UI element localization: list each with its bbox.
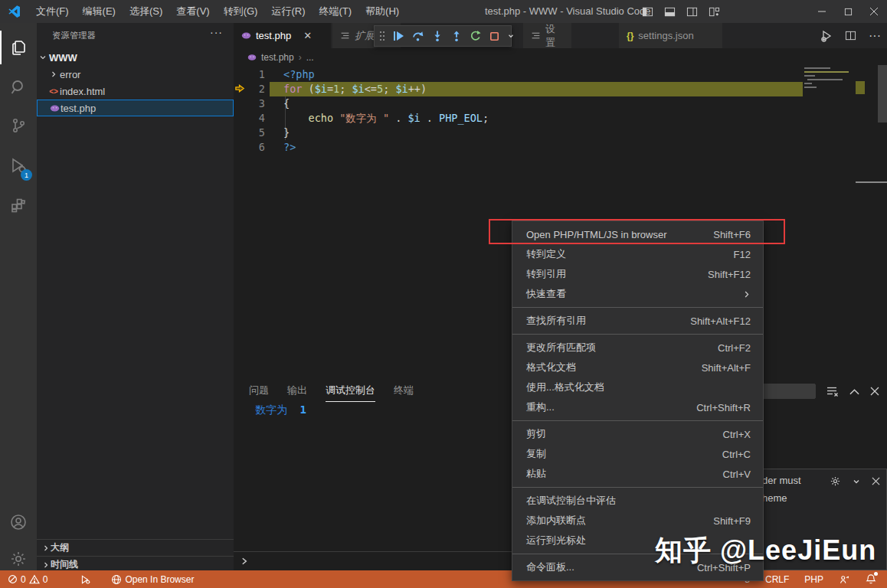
debug-stop-icon[interactable]	[489, 31, 500, 42]
menu-item-add-inline-breakpoint[interactable]: 添加内联断点Shift+F9	[512, 511, 763, 531]
debug-step-out-icon[interactable]	[450, 30, 463, 42]
tab-test-php[interactable]: test.php ✕	[234, 23, 332, 48]
run-or-debug-icon[interactable]	[820, 30, 833, 42]
clear-console-icon[interactable]	[826, 386, 839, 397]
drag-grip-icon[interactable]	[379, 31, 385, 41]
customize-layout-icon[interactable]	[709, 0, 720, 23]
maximize-button[interactable]	[835, 0, 861, 23]
menu-help[interactable]: 帮助(H)	[358, 0, 406, 23]
menu-item-refactor[interactable]: 重构...Ctrl+Shift+R	[512, 397, 763, 417]
titlebar: 文件(F) 编辑(E) 选择(S) 查看(V) 转到(G) 运行(R) 终端(T…	[0, 0, 887, 23]
accounts-icon[interactable]	[0, 505, 37, 539]
toggle-panel-icon[interactable]	[664, 0, 676, 23]
menu-item-copy[interactable]: 复制Ctrl+C	[512, 444, 763, 464]
stop-dropdown-chevron-icon[interactable]	[507, 32, 515, 40]
more-actions-icon[interactable]: ···	[869, 29, 881, 43]
menu-item-cut[interactable]: 剪切Ctrl+X	[512, 424, 763, 444]
menu-item-find-all-references[interactable]: 查找所有引用Shift+Alt+F12	[512, 311, 763, 331]
menu-item-goto-references[interactable]: 转到引用Shift+F12	[512, 264, 763, 284]
file-test-php[interactable]: test.php	[37, 100, 234, 116]
chevron-down-icon	[37, 53, 49, 62]
search-icon[interactable]	[0, 70, 37, 104]
notifications-bell-icon[interactable]	[866, 573, 876, 585]
open-in-browser-status[interactable]: Open In Browser	[111, 574, 194, 585]
debug-restart-icon[interactable]	[470, 30, 482, 42]
menu-selection[interactable]: 选择(S)	[123, 0, 169, 23]
menu-item-peek[interactable]: 快速查看	[512, 284, 763, 304]
debug-badge: 1	[21, 169, 32, 181]
chevron-right-icon	[47, 70, 60, 79]
code-line[interactable]: 3{	[234, 96, 887, 111]
menu-view[interactable]: 查看(V)	[169, 0, 216, 23]
toggle-sidebar-icon[interactable]	[642, 0, 653, 23]
run-and-debug-icon[interactable]: 1	[0, 149, 37, 182]
debug-continue-icon[interactable]	[392, 30, 404, 42]
menu-item-goto-definition[interactable]: 转到定义F12	[512, 244, 763, 264]
minimize-button[interactable]	[809, 0, 835, 23]
code-line[interactable]: 2for ($i=1; $i<=5; $i++)	[234, 82, 887, 96]
list-icon	[340, 31, 350, 41]
split-editor-icon[interactable]	[845, 30, 856, 41]
menu-file[interactable]: 文件(F)	[29, 0, 76, 23]
vscode-logo-icon	[8, 5, 21, 18]
panel-tab-output[interactable]: 输出	[287, 381, 307, 402]
globe-icon	[111, 574, 122, 585]
menu-terminal[interactable]: 终端(T)	[312, 0, 358, 23]
breadcrumb-file[interactable]: test.php	[261, 52, 294, 63]
panel-tab-problems[interactable]: 问题	[249, 381, 269, 402]
json-file-icon: {}	[627, 31, 633, 41]
file-index-html[interactable]: <> index.html	[37, 83, 234, 100]
panel-tab-terminal[interactable]: 终端	[394, 381, 414, 402]
menu-run[interactable]: 运行(R)	[264, 0, 312, 23]
explorer-more-actions-icon[interactable]: ···	[210, 26, 223, 38]
menu-item-format-document-with[interactable]: 使用...格式化文档	[512, 377, 763, 397]
close-panel-icon[interactable]	[870, 387, 879, 396]
code-line[interactable]: 6?>	[234, 140, 887, 155]
notification-close-icon[interactable]	[872, 477, 880, 485]
debug-status-icon[interactable]	[80, 574, 91, 585]
vscode-window: 文件(F) 编辑(E) 选择(S) 查看(V) 转到(G) 运行(R) 终端(T…	[0, 0, 887, 588]
explorer-icon[interactable]	[0, 31, 37, 64]
tree-root-www[interactable]: WWW	[37, 49, 234, 66]
tab-settings-json[interactable]: {} settings.json	[619, 23, 723, 48]
menu-item-evaluate-in-debug-console[interactable]: 在调试控制台中评估	[512, 491, 763, 511]
close-tab-icon[interactable]: ✕	[303, 30, 312, 41]
php-file-icon	[241, 31, 251, 40]
problems-status[interactable]: 0 0	[8, 574, 47, 585]
breadcrumb-more[interactable]: ...	[306, 52, 314, 63]
menu-item-change-all-occurrences[interactable]: 更改所有匹配项Ctrl+F2	[512, 338, 763, 358]
menu-goto[interactable]: 转到(G)	[217, 0, 265, 23]
code-line[interactable]: 5}	[234, 126, 887, 140]
code-line[interactable]: 1<?php	[234, 67, 887, 82]
debug-step-over-icon[interactable]	[411, 30, 424, 42]
tab-settings[interactable]: 设置	[523, 23, 572, 48]
file-error-folder[interactable]: error	[37, 66, 234, 83]
close-window-button[interactable]	[861, 0, 887, 23]
extensions-icon[interactable]	[0, 188, 37, 222]
maximize-panel-icon[interactable]	[849, 388, 859, 395]
annotation-red-box	[489, 219, 785, 244]
activity-bar: 1	[0, 23, 37, 570]
code-line[interactable]: 4 echo "数字为 " . $i . PHP_EOL;	[234, 111, 887, 126]
menu-separator	[512, 307, 763, 308]
feedback-icon[interactable]	[839, 574, 850, 585]
notification-chevron-down-icon[interactable]	[852, 477, 861, 486]
notification-gear-icon[interactable]	[830, 475, 841, 487]
breadcrumb[interactable]: test.php › ...	[234, 48, 887, 67]
chevron-right-icon	[41, 544, 51, 553]
debug-step-into-icon[interactable]	[431, 30, 444, 42]
outline-section[interactable]: 大纲	[37, 539, 234, 556]
menu-item-paste[interactable]: 粘贴Ctrl+V	[512, 464, 763, 484]
html-file-icon: <>	[47, 87, 60, 96]
notification-text-line1: der must	[762, 475, 801, 486]
explorer-header: 资源管理器	[52, 30, 97, 41]
menu-separator	[512, 487, 763, 488]
language-mode[interactable]: PHP	[804, 574, 823, 585]
menu-item-format-document[interactable]: 格式化文档Shift+Alt+F	[512, 358, 763, 377]
panel-tab-debug-console[interactable]: 调试控制台	[326, 381, 375, 402]
eol-indicator[interactable]: CRLF	[765, 574, 789, 585]
source-control-icon[interactable]	[0, 109, 37, 142]
debug-current-line-arrow-icon	[234, 83, 245, 93]
toggle-secondary-sidebar-icon[interactable]	[686, 0, 698, 23]
menu-edit[interactable]: 编辑(E)	[76, 0, 123, 23]
